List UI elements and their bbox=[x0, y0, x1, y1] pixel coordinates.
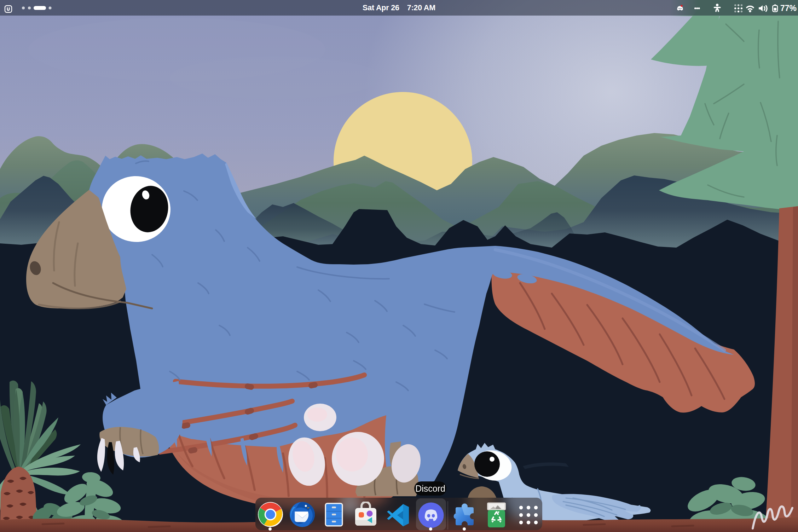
svg-text:77%: 77% bbox=[780, 4, 797, 13]
